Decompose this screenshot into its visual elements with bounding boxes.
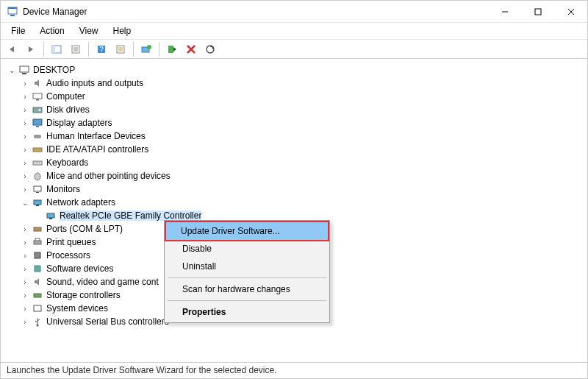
- svg-rect-4: [535, 9, 541, 15]
- tree-item-network[interactable]: ⌄Network adapters: [7, 196, 584, 209]
- menu-action[interactable]: Action: [34, 24, 70, 38]
- port-icon: [32, 223, 43, 235]
- ctx-disable[interactable]: Disable: [166, 240, 328, 258]
- toolbar-separator: [43, 42, 44, 57]
- svg-text:?: ?: [99, 46, 104, 54]
- tree-item-label: Display adapters: [46, 118, 112, 128]
- svg-point-37: [35, 173, 40, 180]
- software-icon: [32, 263, 43, 274]
- expand-icon[interactable]: ›: [20, 93, 30, 101]
- ctx-update-driver[interactable]: Update Driver Software...: [165, 221, 329, 241]
- expand-icon[interactable]: ›: [20, 265, 30, 273]
- tree-item-label: Human Interface Devices: [46, 131, 146, 141]
- tree-item-label: Universal Serial Bus controllers: [46, 316, 169, 327]
- context-menu: Update Driver Software... Disable Uninst…: [164, 220, 330, 323]
- network-icon: [32, 196, 43, 208]
- expand-icon[interactable]: ›: [20, 238, 30, 247]
- tree-item-disk-drives[interactable]: ›Disk drives: [7, 103, 584, 116]
- tree-item-label: IDE ATA/ATAPI controllers: [46, 144, 148, 155]
- tree-root[interactable]: ⌄ DESKTOP: [7, 63, 584, 77]
- usb-icon: [32, 316, 43, 327]
- pc-icon: [32, 91, 43, 102]
- expand-icon[interactable]: ›: [20, 132, 30, 141]
- svg-point-20: [147, 45, 151, 49]
- expand-icon[interactable]: ›: [20, 291, 30, 300]
- expand-icon[interactable]: ›: [20, 172, 30, 180]
- window-controls: [488, 1, 587, 22]
- back-button[interactable]: [4, 41, 20, 57]
- update-driver-button[interactable]: [138, 41, 154, 57]
- expand-icon[interactable]: ›: [20, 278, 30, 286]
- tree-item-label: Storage controllers: [46, 290, 121, 300]
- svg-rect-41: [36, 205, 39, 206]
- tree-item-label: Sound, video and game cont: [46, 277, 159, 287]
- svg-rect-21: [168, 46, 173, 53]
- tree-item-ide[interactable]: ›IDE ATA/ATAPI controllers: [7, 143, 584, 156]
- expand-icon[interactable]: ›: [20, 225, 30, 233]
- show-hide-console-tree-button[interactable]: [49, 41, 65, 57]
- sound-icon: [32, 276, 43, 288]
- svg-rect-31: [33, 119, 42, 125]
- svg-rect-43: [49, 218, 52, 219]
- menu-file[interactable]: File: [5, 24, 31, 38]
- tree-item-label: System devices: [46, 303, 108, 314]
- disk-icon: [32, 104, 43, 116]
- forward-button[interactable]: [23, 41, 39, 57]
- window-title: Device Manager: [23, 7, 488, 17]
- svg-rect-49: [34, 294, 41, 297]
- expand-icon[interactable]: ›: [20, 305, 30, 313]
- tree-item-label: Network adapters: [46, 197, 115, 208]
- expand-icon[interactable]: ›: [20, 79, 30, 88]
- uninstall-button[interactable]: [183, 41, 199, 57]
- expand-icon[interactable]: ›: [20, 159, 30, 167]
- close-button[interactable]: [554, 1, 587, 22]
- svg-rect-34: [33, 148, 42, 152]
- minimize-button[interactable]: [488, 1, 521, 22]
- toolbar-separator: [133, 42, 134, 57]
- tree-item-mice[interactable]: ›Mice and other pointing devices: [7, 169, 584, 183]
- svg-rect-27: [33, 93, 42, 99]
- tree-item-label: Ports (COM & LPT): [46, 224, 123, 234]
- tree-item-label: Monitors: [46, 184, 80, 194]
- ctx-properties[interactable]: Properties: [166, 303, 328, 321]
- ctx-uninstall[interactable]: Uninstall: [166, 258, 328, 275]
- expand-icon[interactable]: ›: [20, 106, 30, 114]
- ctx-scan[interactable]: Scan for hardware changes: [166, 280, 328, 298]
- enable-button[interactable]: [164, 41, 180, 57]
- computer-icon: [18, 64, 30, 76]
- svg-rect-46: [35, 238, 40, 241]
- svg-rect-1: [8, 7, 17, 9]
- statusbar-text: Launches the Update Driver Software Wiza…: [7, 365, 277, 375]
- ctx-separator: [168, 277, 326, 278]
- menu-help[interactable]: Help: [107, 24, 137, 38]
- tree-item-monitors[interactable]: ›Monitors: [7, 183, 584, 196]
- tree-item-hid[interactable]: ›Human Interface Devices: [7, 130, 584, 143]
- expand-icon[interactable]: ›: [20, 119, 30, 127]
- expand-icon[interactable]: ›: [20, 252, 30, 260]
- tree-item-computer[interactable]: ›Computer: [7, 90, 584, 103]
- svg-rect-40: [34, 200, 41, 205]
- svg-rect-25: [20, 66, 29, 72]
- help-button[interactable]: ?: [93, 41, 110, 57]
- tree-item-label: Audio inputs and outputs: [46, 78, 143, 88]
- collapse-icon[interactable]: ⌄: [7, 66, 17, 74]
- menu-view[interactable]: View: [74, 24, 104, 38]
- system-icon: [32, 302, 43, 314]
- tree-item-audio[interactable]: ›Audio inputs and outputs: [7, 77, 584, 90]
- expand-icon[interactable]: ›: [20, 146, 30, 154]
- toolbar-separator: [88, 42, 89, 57]
- svg-rect-32: [36, 126, 39, 127]
- maximize-button[interactable]: [521, 1, 554, 22]
- app-icon: [7, 6, 18, 18]
- expand-icon[interactable]: ›: [20, 318, 30, 326]
- tree-item-keyboards[interactable]: ›Keyboards: [7, 156, 584, 169]
- scan-hardware-button[interactable]: [202, 41, 218, 57]
- svg-rect-28: [36, 99, 39, 101]
- collapse-icon[interactable]: ⌄: [20, 199, 30, 207]
- tree-item-display[interactable]: ›Display adapters: [7, 116, 584, 130]
- speaker-icon: [32, 77, 43, 89]
- expand-icon[interactable]: ›: [20, 185, 30, 194]
- action-list-button[interactable]: [112, 41, 129, 57]
- properties-button[interactable]: [68, 41, 84, 57]
- mouse-icon: [32, 170, 43, 182]
